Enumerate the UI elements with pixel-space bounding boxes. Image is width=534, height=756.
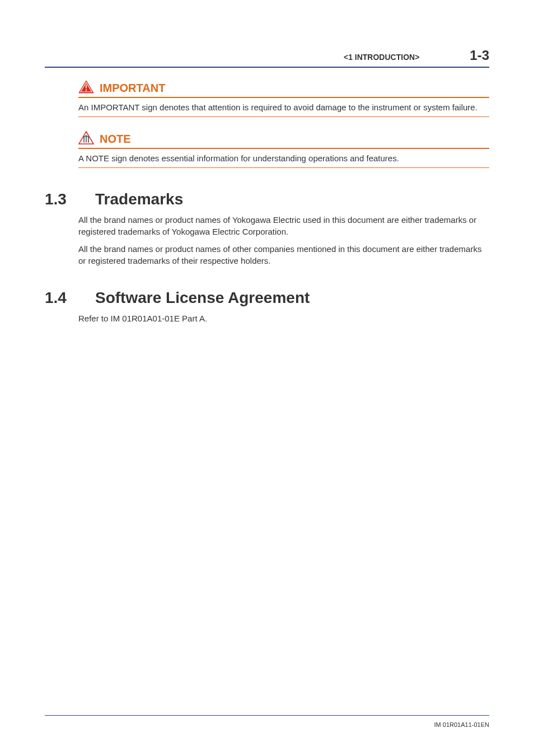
note-rule-top	[78, 148, 489, 149]
important-rule-top	[78, 97, 489, 98]
note-rule-bottom	[78, 167, 489, 168]
document-id: IM 01R01A11-01EN	[434, 721, 489, 728]
paragraph: All the brand names or product names of …	[78, 243, 489, 267]
important-icon	[78, 80, 94, 96]
note-body: A NOTE sign denotes essential informatio…	[78, 152, 489, 164]
page-number: 1-3	[470, 48, 489, 63]
section-title: Trademarks	[95, 190, 183, 208]
page-footer: IM 01R01A11-01EN	[45, 715, 489, 728]
section-number: 1.3	[45, 190, 95, 208]
paragraph: Refer to IM 01R01A01-01E Part A.	[78, 312, 489, 324]
important-body: An IMPORTANT sign denotes that attention…	[78, 101, 489, 113]
note-icon	[78, 131, 94, 147]
page-header: <1 INTRODUCTION> 1-3	[45, 48, 489, 68]
note-callout: NOTE A NOTE sign denotes essential infor…	[78, 131, 489, 168]
important-rule-bottom	[78, 116, 489, 117]
breadcrumb: <1 INTRODUCTION>	[344, 53, 419, 62]
section-title: Software License Agreement	[95, 289, 310, 307]
section-number: 1.4	[45, 289, 95, 307]
important-label: IMPORTANT	[100, 82, 165, 95]
note-label: NOTE	[100, 133, 131, 146]
important-callout: IMPORTANT An IMPORTANT sign denotes that…	[78, 80, 489, 117]
svg-point-3	[86, 90, 87, 91]
paragraph: All the brand names or product names of …	[78, 214, 489, 237]
section-trademarks: 1.3 Trademarks All the brand names or pr…	[45, 190, 489, 267]
section-software-license: 1.4 Software License Agreement Refer to …	[45, 289, 489, 324]
svg-rect-2	[86, 85, 87, 88]
